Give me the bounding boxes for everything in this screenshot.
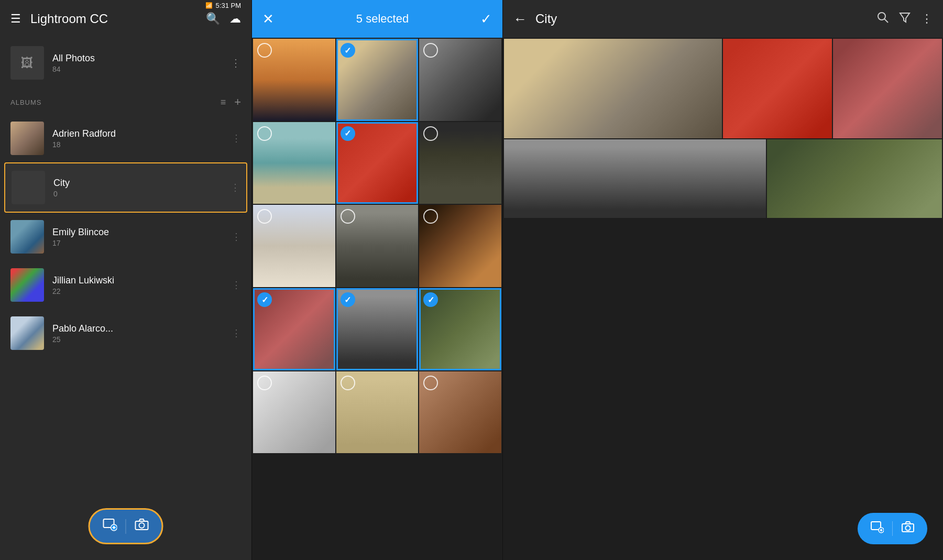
city-grid-row-1	[504, 39, 942, 138]
album-name-city: City	[53, 178, 222, 189]
grid-row-1	[253, 39, 501, 121]
album-more-pablo[interactable]: ⋮	[232, 327, 241, 339]
photo-cell-curtain[interactable]	[336, 371, 419, 454]
city-back-button[interactable]: ←	[513, 11, 527, 27]
photo-check-graffiti	[257, 376, 272, 390]
hamburger-icon[interactable]: ☰	[10, 13, 21, 25]
photo-cell-portrait[interactable]	[336, 205, 419, 287]
photo-check-tv	[341, 43, 355, 58]
photo-cell-jump[interactable]	[253, 39, 335, 121]
photo-cell-food[interactable]	[419, 39, 501, 121]
album-info-city: City 0	[53, 178, 222, 198]
album-name-emily: Emily Blincoe	[52, 227, 223, 238]
svg-line-7	[884, 19, 888, 23]
all-photos-item[interactable]: 🖼 All Photos 84 ⋮	[0, 38, 251, 88]
album-info-emily: Emily Blincoe 17	[52, 227, 223, 247]
photo-cell-street-bw[interactable]	[336, 288, 419, 370]
all-photos-thumbnail: 🖼	[10, 46, 44, 80]
photo-cell-door[interactable]	[253, 288, 335, 370]
photo-cell-red-wall[interactable]	[336, 122, 419, 204]
album-thumb-pablo	[10, 316, 44, 350]
city-filter-icon[interactable]	[899, 12, 911, 26]
album-more-city[interactable]: ⋮	[231, 182, 240, 193]
sidebar-bottom-bar	[89, 508, 163, 544]
city-search-icon[interactable]	[877, 12, 889, 26]
album-thumb-city	[12, 171, 45, 204]
sidebar-item-jillian[interactable]: Jillian Lukiwski 22 ⋮	[0, 261, 251, 309]
selection-close-button[interactable]: ✕	[262, 11, 274, 27]
city-panel: ← City ⋮	[503, 0, 943, 560]
import-photos-icon[interactable]	[103, 517, 117, 535]
album-count-city: 0	[53, 190, 222, 198]
albums-add-icon[interactable]: +	[234, 95, 241, 109]
album-name-pablo: Pablo Alarco...	[52, 323, 223, 334]
city-photo-grid	[503, 38, 943, 560]
photo-cell-tv[interactable]	[336, 39, 419, 121]
city-grid-row-2	[504, 139, 942, 218]
city-photo-red-wall[interactable]	[723, 39, 832, 138]
selection-header: ✕ 5 selected ✓	[252, 0, 502, 38]
album-info-pablo: Pablo Alarco... 25	[52, 323, 223, 344]
all-photos-label: All Photos	[52, 53, 222, 64]
photo-cell-bedroom[interactable]	[419, 371, 501, 454]
city-photo-tv[interactable]	[504, 39, 722, 138]
svg-marker-8	[900, 13, 909, 22]
albums-label: ALBUMS	[10, 98, 221, 106]
grid-row-5	[253, 371, 501, 454]
album-info-jillian: Jillian Lukiwski 22	[52, 275, 223, 295]
all-photos-count: 84	[52, 65, 222, 73]
city-more-icon[interactable]: ⋮	[921, 12, 933, 26]
album-count-adrien: 18	[52, 140, 223, 149]
cloud-icon[interactable]: ☁	[229, 12, 241, 26]
photo-check-jump	[257, 43, 272, 58]
sidebar-panel: 📶 5:31 PM ☰ Lightroom CC 🔍 ☁ 🖼 All Photo…	[0, 0, 251, 560]
album-info-adrien: Adrien Radford 18	[52, 128, 223, 149]
sidebar-item-adrien-radford[interactable]: Adrien Radford 18 ⋮	[0, 114, 251, 162]
album-name-jillian: Jillian Lukiwski	[52, 275, 223, 286]
album-more-emily[interactable]: ⋮	[232, 231, 241, 243]
sidebar-item-city[interactable]: City 0 ⋮	[4, 162, 247, 213]
city-page-title: City	[535, 12, 877, 26]
albums-sort-icon[interactable]: ≡	[221, 97, 226, 108]
city-action-buttons[interactable]	[858, 513, 927, 544]
city-photo-fall-street[interactable]	[767, 139, 942, 218]
city-camera-icon[interactable]	[901, 520, 915, 537]
selection-confirm-button[interactable]: ✓	[480, 11, 492, 27]
photo-cell-fall-street[interactable]	[419, 288, 501, 370]
photo-cell-graffiti[interactable]	[253, 371, 335, 454]
photo-cell-cafe[interactable]	[419, 122, 501, 204]
app-title: Lightroom CC	[30, 12, 206, 26]
album-thumb-adrien	[10, 122, 44, 155]
photo-cell-kitchen[interactable]	[253, 122, 335, 204]
search-icon[interactable]: 🔍	[206, 12, 220, 26]
sidebar-item-pablo[interactable]: Pablo Alarco... 25 ⋮	[0, 309, 251, 357]
album-thumb-emily	[10, 220, 44, 254]
selection-count-label: 5 selected	[284, 12, 480, 26]
header-icons: 🔍 ☁	[206, 12, 241, 26]
city-photo-door-thumb[interactable]	[833, 39, 942, 138]
svg-point-6	[878, 13, 885, 20]
grid-row-4	[253, 288, 501, 370]
city-header: ← City ⋮	[503, 0, 943, 38]
city-photo-street-bw[interactable]	[504, 139, 766, 218]
all-photos-more-icon[interactable]: ⋮	[231, 57, 241, 69]
photo-check-red-wall	[341, 126, 355, 141]
camera-icon[interactable]	[135, 517, 149, 535]
status-signal: 📶	[205, 2, 213, 9]
city-import-icon[interactable]	[870, 520, 884, 537]
sidebar-item-emily[interactable]: Emily Blincoe 17 ⋮	[0, 213, 251, 261]
album-more-adrien[interactable]: ⋮	[232, 133, 241, 144]
album-count-emily: 17	[52, 239, 223, 247]
selection-panel: ✕ 5 selected ✓	[251, 0, 503, 560]
bottom-action-buttons[interactable]	[89, 508, 163, 544]
status-time: 5:31 PM	[216, 2, 241, 9]
album-thumb-jillian	[10, 268, 44, 302]
album-more-jillian[interactable]: ⋮	[232, 279, 241, 291]
city-header-icons: ⋮	[877, 12, 933, 26]
photo-check-kitchen	[257, 126, 272, 141]
photo-check-bedroom	[423, 376, 438, 390]
photo-grid	[252, 38, 502, 560]
photo-cell-coffee[interactable]	[419, 205, 501, 287]
city-button-separator	[892, 521, 893, 536]
photo-cell-cotton[interactable]	[253, 205, 335, 287]
